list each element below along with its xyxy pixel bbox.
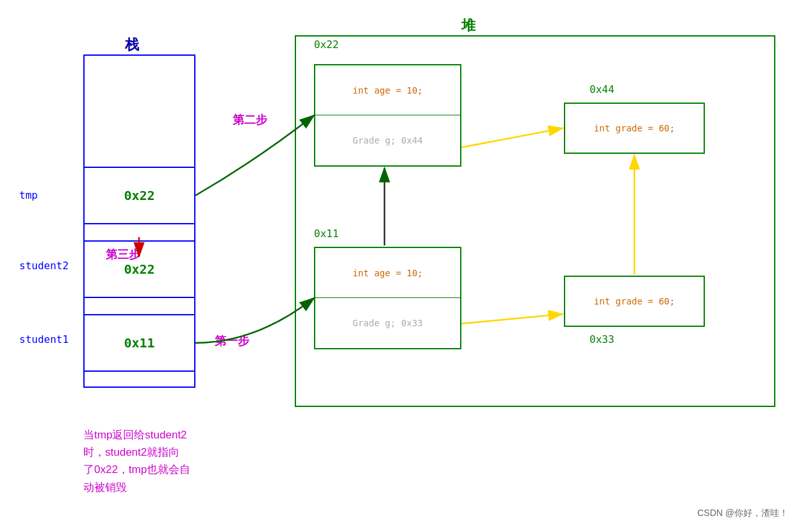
addr-label-0x22: 0x22 bbox=[314, 38, 339, 51]
addr-label-0x44: 0x44 bbox=[590, 83, 615, 96]
addr-label-0x11: 0x11 bbox=[314, 228, 339, 240]
step-label-3: 第三步 bbox=[106, 247, 140, 262]
heap-obj-0x11-top: int age = 10; bbox=[315, 248, 460, 298]
stack-cell-student1-value: 0x11 bbox=[124, 335, 154, 351]
heap-obj-0x11-field1: int age = 10; bbox=[352, 268, 423, 278]
heap-label: 堆 bbox=[461, 16, 475, 35]
heap-obj-0x33: int grade = 60; bbox=[564, 276, 705, 327]
stack-cell-student2-value: 0x22 bbox=[124, 262, 154, 277]
annotation-line-4: 动被销毁 bbox=[83, 479, 190, 496]
heap-obj-0x22-top: int age = 10; bbox=[315, 65, 460, 115]
var-label-student2: student2 bbox=[19, 260, 69, 272]
stack-cell-student1: 0x11 bbox=[83, 314, 195, 372]
heap-obj-0x22-field2: Grade g; 0x44 bbox=[352, 135, 423, 145]
stack-cell-tmp: 0x22 bbox=[83, 167, 195, 224]
heap-obj-0x11-field2: Grade g; 0x33 bbox=[352, 318, 423, 328]
heap-obj-0x33-field1: int grade = 60; bbox=[594, 296, 675, 306]
heap-obj-0x22-field1: int age = 10; bbox=[352, 85, 423, 96]
annotation-line-2: 时，student2就指向 bbox=[83, 444, 190, 461]
csdn-watermark: CSDN @你好，渣哇！ bbox=[697, 508, 788, 519]
stack-cell-tmp-value: 0x22 bbox=[124, 188, 154, 203]
diagram-container: 栈 tmp student2 student1 0x22 0x22 0x11 堆… bbox=[0, 0, 801, 532]
heap-obj-0x11: int age = 10; Grade g; 0x33 bbox=[314, 247, 461, 349]
annotation-line-3: 了0x22，tmp也就会自 bbox=[83, 461, 190, 478]
step-label-2: 第二步 bbox=[233, 112, 267, 128]
heap-obj-0x22: int age = 10; Grade g; 0x44 bbox=[314, 64, 461, 167]
annotation-text: 当tmp返回给student2 时，student2就指向 了0x22，tmp也… bbox=[83, 426, 190, 496]
heap-obj-0x11-bottom: Grade g; 0x33 bbox=[315, 298, 460, 348]
heap-obj-0x22-bottom: Grade g; 0x44 bbox=[315, 115, 460, 165]
heap-obj-0x44-field1: int grade = 60; bbox=[594, 123, 675, 133]
annotation-line-1: 当tmp返回给student2 bbox=[83, 426, 190, 444]
stack-label: 栈 bbox=[125, 35, 139, 54]
heap-obj-0x44: int grade = 60; bbox=[564, 103, 705, 154]
var-label-student1: student1 bbox=[19, 333, 69, 345]
addr-label-0x33: 0x33 bbox=[590, 333, 615, 345]
var-label-tmp: tmp bbox=[19, 189, 38, 201]
step-label-1: 第一步 bbox=[215, 333, 249, 349]
